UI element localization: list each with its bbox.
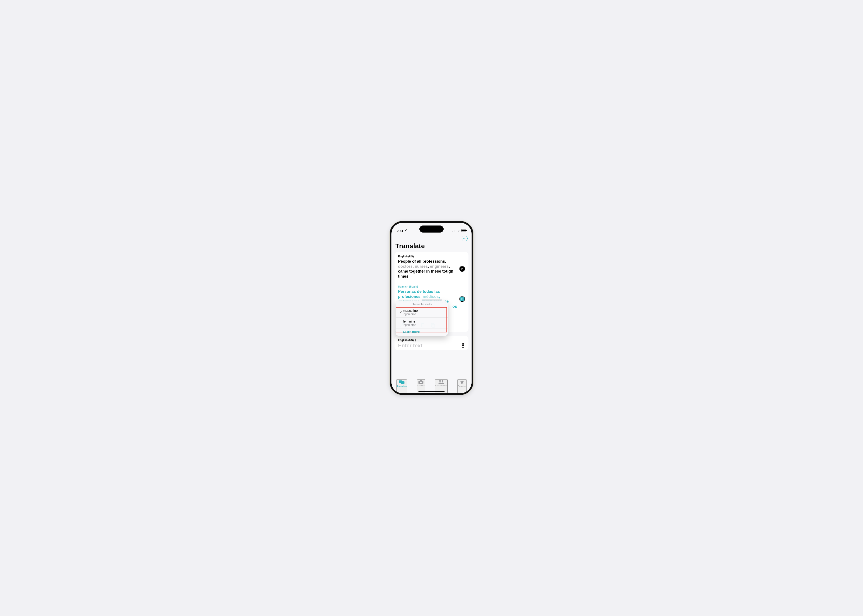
iphone-frame: 9:41 bbox=[390, 221, 473, 395]
input-language-selector[interactable]: English (US) ▲▼ bbox=[398, 339, 417, 342]
svg-rect-3 bbox=[401, 381, 405, 384]
microphone-icon bbox=[461, 343, 465, 348]
translation-card: English (US) People of all professions, … bbox=[395, 252, 468, 332]
ellipsis-icon bbox=[463, 238, 466, 239]
svg-point-5 bbox=[439, 380, 441, 382]
learn-more-link[interactable]: Learn more bbox=[396, 328, 448, 336]
people-icon bbox=[438, 380, 444, 384]
source-text[interactable]: People of all professions, doctors, nurs… bbox=[398, 259, 457, 279]
translation-icon bbox=[399, 380, 405, 385]
dynamic-island bbox=[419, 225, 444, 233]
text-input[interactable]: Enter text bbox=[398, 343, 422, 349]
target-language-label: Spanish (Spain) bbox=[398, 285, 465, 288]
tab-favorites[interactable]: Favorites bbox=[457, 379, 466, 393]
gender-option-feminine[interactable]: feminine ingenieras bbox=[396, 318, 448, 328]
source-language-label: English (US) bbox=[398, 255, 465, 258]
chevron-updown-icon: ▲▼ bbox=[414, 339, 417, 342]
gender-option-masculine[interactable]: ✓ masculine ingenieros bbox=[396, 307, 448, 318]
page-title: Translate bbox=[391, 242, 472, 252]
svg-point-4 bbox=[420, 382, 422, 383]
mic-button[interactable] bbox=[461, 343, 465, 349]
input-card: English (US) ▲▼ Enter text bbox=[395, 336, 468, 350]
gender-popover: Choose the gender ✓ masculine ingenieros bbox=[396, 301, 448, 336]
home-indicator bbox=[418, 391, 445, 391]
play-target-button[interactable] bbox=[459, 296, 465, 302]
play-source-button[interactable] bbox=[459, 266, 465, 272]
svg-point-6 bbox=[442, 380, 443, 382]
play-icon bbox=[461, 268, 463, 270]
star-icon bbox=[460, 380, 465, 385]
play-icon bbox=[461, 298, 463, 300]
more-button[interactable] bbox=[462, 236, 468, 241]
camera-icon bbox=[418, 380, 424, 384]
tab-translation[interactable]: Translation bbox=[397, 379, 407, 393]
checkmark-icon: ✓ bbox=[399, 311, 403, 314]
tab-bar: Translation Camera Conversation Favorite… bbox=[391, 378, 472, 393]
popover-title: Choose the gender bbox=[396, 301, 448, 307]
